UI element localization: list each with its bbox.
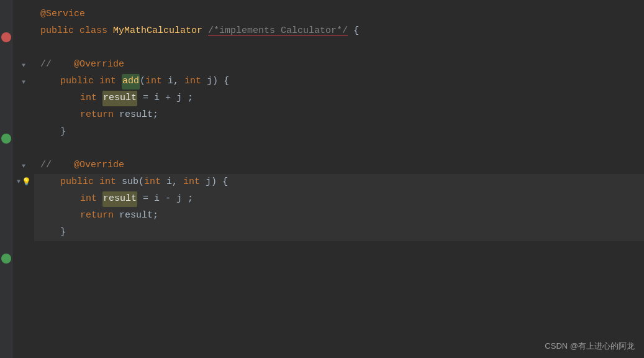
token-result-1: result (102, 91, 137, 106)
token-brace: { (348, 24, 359, 39)
code-line-5: ▼ public int add(int i, int j) { (34, 73, 644, 90)
code-line-6: int result = i + j ; (34, 90, 644, 107)
token-param-i: i, (162, 74, 184, 90)
code-line-10: ▼ // @Override (34, 157, 644, 174)
token-assign-2: = i - j ; (137, 191, 193, 207)
code-line-4: ▼ // @Override (34, 57, 644, 73)
token-class: class (79, 24, 113, 39)
token-result-val-1: result; (114, 108, 158, 123)
token-method-sub: sub( (122, 175, 144, 190)
watermark-text: CSDN @有上进心的阿龙 (545, 341, 635, 351)
token-result-2: result (102, 191, 137, 207)
token-int-7: int (183, 175, 200, 190)
token-int-4: int (80, 91, 97, 106)
token-paren-1: ( (140, 74, 145, 90)
token-classname: MyMathCalculator (113, 24, 208, 39)
token-space (52, 57, 74, 73)
token-public: public (40, 24, 79, 39)
token-int-2: int (145, 74, 162, 90)
token-int-6: int (144, 175, 161, 190)
code-area: @Service public class MyMathCalculator /… (0, 0, 644, 247)
code-line-14: } (34, 224, 644, 241)
token-close-brace-2: } (60, 225, 66, 241)
code-line-2: public class MyMathCalculator /*implemen… (34, 23, 644, 40)
token-comment-1: // (40, 57, 52, 73)
token-space-3 (52, 158, 74, 173)
code-line-blank-2 (34, 140, 644, 157)
token-int-8: int (80, 191, 97, 207)
token-param-j: j) { (201, 74, 229, 90)
token-space-4 (97, 191, 102, 207)
token-assign-1: = i + j ; (137, 91, 193, 106)
fold-arrow-2[interactable]: ▼ (22, 78, 25, 85)
token-method-add: add (122, 74, 140, 90)
token-override-2: @Override (74, 158, 124, 173)
token-close-brace-1: } (60, 124, 66, 140)
code-line-12: int result = i - j ; (34, 191, 644, 208)
fold-arrow-4[interactable]: ▼ (17, 177, 20, 188)
token-comment-2: // (40, 158, 52, 173)
token-int-3: int (184, 74, 201, 90)
lightbulb-icon[interactable]: 💡 (22, 177, 31, 189)
token-public-2: public (60, 74, 99, 90)
code-line-blank-1 (34, 40, 644, 57)
token-int-1: int (99, 74, 122, 90)
editor-container: @Service public class MyMathCalculator /… (0, 0, 644, 358)
token-param-j-2: j) { (200, 175, 228, 190)
token-result-val-2: result; (114, 208, 158, 224)
breakpoint-icon-3[interactable] (1, 254, 11, 264)
fold-arrow-3[interactable]: ▼ (22, 162, 25, 169)
token-return-2: return (80, 208, 114, 224)
code-line-13: return result; (34, 208, 644, 224)
token-override-1: @Override (74, 57, 124, 73)
code-line-11: ▼ 💡 public int sub(int i, int j) { (34, 174, 644, 191)
watermark: CSDN @有上进心的阿龙 (545, 341, 635, 352)
token-param-i-2: i, (161, 175, 183, 190)
token-public-3: public (60, 175, 99, 190)
token-return-1: return (80, 108, 114, 123)
fold-arrow-1[interactable]: ▼ (22, 62, 25, 68)
token-int-5: int (99, 175, 122, 190)
token-space-2 (97, 91, 102, 106)
token-comment-implements: /*implements Calculator*/ (208, 24, 348, 39)
code-line-1: @Service (34, 6, 644, 23)
token-annotation: @Service (40, 7, 85, 22)
code-line-7: return result; (34, 107, 644, 124)
code-line-8: } (34, 124, 644, 140)
